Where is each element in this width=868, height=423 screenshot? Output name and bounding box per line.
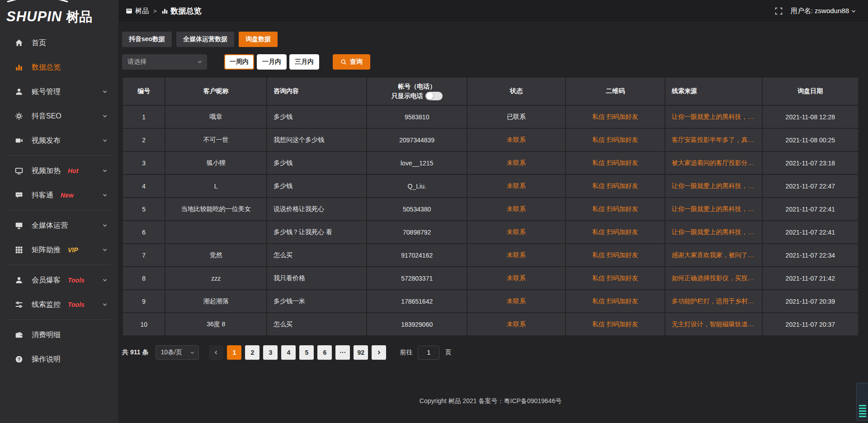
search-button[interactable]: 查询 [333,54,370,70]
cell-source-link[interactable]: 如何正确选择投影仪，买投影... [665,267,762,290]
cell-date: 2021-11-07 22:34 [762,244,859,267]
sidebar-item-home[interactable]: 首页 [0,31,118,55]
chevron-down-icon [102,113,108,119]
page-size-value: 10条/页 [160,348,182,357]
prev-page-button[interactable] [209,345,223,360]
gear-icon [14,112,24,121]
breadcrumb-home[interactable]: 树品 [126,7,149,15]
cell-source-link[interactable]: 感谢大家喜欢我家，被问了好... [665,244,762,267]
username-label: 用户名: zswodun88 [791,7,849,15]
cell-date: 2021-11-08 00:25 [762,128,859,151]
tab-douyin-seo-data[interactable]: 抖音seo数据 [122,32,172,47]
cell-content: 怎么买 [267,313,367,336]
col-header-date: 询盘日期 [762,77,859,105]
page-button-4[interactable]: 4 [281,345,296,360]
fullscreen-icon[interactable] [775,7,783,15]
grid-icon [14,245,24,254]
sidebar-item-data-overview[interactable]: 数据总览 [0,55,118,80]
filter-select[interactable]: 请选择 [122,54,207,70]
cell-content: 多少钱 [267,151,367,174]
bar-chart-icon [161,8,168,14]
tab-inquiry-data[interactable]: 询盘数据 [239,32,278,47]
inquiry-table: 编号 客户昵称 咨询内容 帐号（电话） 只显示电话 状态 二维码 线索来源 [122,77,859,336]
video-camera-icon [14,136,24,145]
cell-qrcode-link[interactable]: 私信 扫码加好友 [566,290,665,313]
cell-qrcode-link[interactable]: 私信 扫码加好友 [566,221,665,244]
tab-omnimedia-data[interactable]: 全媒体运营数据 [176,32,234,47]
table-header-row: 编号 客户昵称 咨询内容 帐号（电话） 只显示电话 状态 二维码 线索来源 [123,77,859,105]
footer: Copyright 树品 2021 备案号：粤ICP备09019646号 [122,380,859,423]
filter-select-placeholder: 请选择 [127,58,146,66]
cell-qrcode-link[interactable]: 私信 扫码加好友 [566,197,665,221]
cell-source-link[interactable]: 让你一眼就爱上的黑科技，能... [665,105,762,128]
col-header-qrcode: 二维码 [566,77,665,105]
sidebar-item-consumption-detail[interactable]: 消费明细 [0,323,118,347]
bar-chart-icon [14,63,24,72]
page-button-1[interactable]: 1 [227,345,241,360]
period-quarter-button[interactable]: 三月内 [289,54,319,70]
sidebar-item-account-mgmt[interactable]: 账号管理 [0,80,118,104]
sidebar-item-douyin-seo[interactable]: 抖音SEO [0,104,118,128]
goto-page-input[interactable] [418,346,439,360]
question-icon: ? [14,355,24,364]
cell-qrcode-link[interactable]: 私信 扫码加好友 [566,105,665,128]
cell-source-link[interactable]: 客厅安装投影半年多了，真实... [665,128,762,151]
page-size-select[interactable]: 10条/页 [156,345,199,360]
page-ellipsis-button[interactable]: ··· [335,345,350,360]
cell-content: 说说价格让我死心 [267,197,367,221]
sidebar-item-label: 全媒体运营 [32,221,68,230]
breadcrumb-current[interactable]: 数据总览 [161,6,202,16]
cell-status: 未联系 [467,267,566,290]
cell-qrcode-link[interactable]: 私信 扫码加好友 [566,244,665,267]
floating-widget[interactable] [856,383,868,421]
phone-only-toggle[interactable] [425,92,443,100]
table-row: 8 zzz 我只看价格 572803371 未联系 私信 扫码加好友 如何正确选… [123,267,859,290]
sidebar-item-label: 抖客通 [32,191,53,200]
user-area: 用户名: zswodun88 [775,7,856,15]
period-week-button[interactable]: 一周内 [224,54,254,70]
sidebar-item-instructions[interactable]: ? 操作说明 [0,347,118,371]
sidebar-item-omnimedia[interactable]: 全媒体运营 [0,213,118,238]
cell-qrcode-link[interactable]: 私信 扫码加好友 [566,313,665,336]
sidebar-item-label: 抖音SEO [32,112,61,121]
cell-source-link[interactable]: 让你一眼就爱上的黑科技，能... [665,174,762,197]
cell-source-link[interactable]: 让你一眼就爱上的黑科技，能... [665,197,762,221]
cell-account: love__1215 [367,151,467,174]
sidebar-item-video-publish[interactable]: 视频发布 [0,128,118,153]
cell-source-link[interactable]: 多功能护栏灯，适用于乡村文... [665,290,762,313]
page-button-6[interactable]: 6 [317,345,332,360]
cell-date: 2021-11-08 12:28 [762,105,859,128]
page-button-5[interactable]: 5 [299,345,314,360]
sidebar-item-doukettong[interactable]: 抖客通 New [0,183,118,207]
page-button-2[interactable]: 2 [245,345,259,360]
sidebar-item-member-baoke[interactable]: 会员爆客 Tools [0,268,118,292]
sidebar-item-video-heat[interactable]: 视频加热 Hot [0,159,118,183]
sidebar-item-lead-monitor[interactable]: 线索监控 Tools [0,292,118,317]
cell-account: 572803371 [367,267,467,290]
period-month-button[interactable]: 一月内 [257,54,287,70]
copyright-text: Copyright 树品 2021 备案号：粤ICP备09019646号 [420,397,561,405]
cell-source-link[interactable]: 让你一眼就爱上的黑科技，能... [665,221,762,244]
cell-no: 9 [123,290,165,313]
window-icon [126,8,132,14]
cell-date: 2021-11-07 22:47 [762,174,859,197]
cell-source-link[interactable]: 无主灯设计，智能磁吸轨道灯... [665,313,762,336]
cell-status: 未联系 [467,313,566,336]
page-button-92[interactable]: 92 [354,345,368,360]
cell-date: 2021-11-07 23:18 [762,151,859,174]
cell-qrcode-link[interactable]: 私信 扫码加好友 [566,267,665,290]
tools-badge: Tools [68,301,85,308]
cell-no: 6 [123,221,165,244]
sidebar-item-matrix-boost[interactable]: 矩阵助推 VIP [0,238,118,262]
cell-qrcode-link[interactable]: 私信 扫码加好友 [566,151,665,174]
next-page-button[interactable] [372,345,386,360]
cell-qrcode-link[interactable]: 私信 扫码加好友 [566,128,665,151]
sidebar-item-label: 会员爆客 [32,276,61,285]
logo[interactable]: SHUPIN 树品 [0,0,118,26]
user-menu[interactable]: 用户名: zswodun88 [791,7,856,15]
cell-qrcode-link[interactable]: 私信 扫码加好友 [566,174,665,197]
cell-source-link[interactable]: 被大家追着问的客厅投影分享... [665,151,762,174]
page-button-3[interactable]: 3 [263,345,278,360]
goto-page: 前往 页 [400,346,451,360]
sidebar-item-label: 线索监控 [32,300,61,310]
